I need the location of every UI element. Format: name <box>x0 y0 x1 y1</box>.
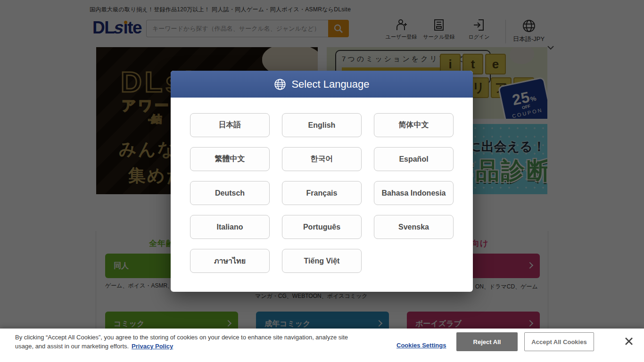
cookie-message: By clicking “Accept All Cookies”, you ag… <box>15 333 355 351</box>
language-button-7[interactable]: Deutsch <box>190 181 270 205</box>
cookie-close-button[interactable] <box>622 335 636 348</box>
language-button-4[interactable]: 繁體中文 <box>190 147 270 171</box>
language-button-6[interactable]: Español <box>374 147 454 171</box>
reject-all-button[interactable]: Reject All <box>456 332 518 351</box>
modal-title: Select Language <box>291 78 369 90</box>
language-button-14[interactable]: Tiếng Việt <box>282 249 362 273</box>
select-language-modal: Select Language 日本語English简体中文繁體中文한국어Esp… <box>171 71 473 292</box>
globe-icon <box>274 78 286 90</box>
language-button-8[interactable]: Français <box>282 181 362 205</box>
cookie-consent-bar: By clicking “Accept All Cookies”, you ag… <box>0 329 644 362</box>
modal-header: Select Language <box>171 71 473 98</box>
language-button-11[interactable]: Português <box>282 215 362 239</box>
language-button-12[interactable]: Svenska <box>374 215 454 239</box>
language-button-3[interactable]: 简体中文 <box>374 113 454 137</box>
language-button-2[interactable]: English <box>282 113 362 137</box>
language-button-5[interactable]: 한국어 <box>282 147 362 171</box>
cookies-settings-link[interactable]: Cookies Settings <box>396 337 446 353</box>
accept-all-cookies-button[interactable]: Accept All Cookies <box>524 332 594 351</box>
close-icon <box>624 337 634 346</box>
language-button-9[interactable]: Bahasa Indonesia <box>374 181 454 205</box>
language-button-13[interactable]: ภาษาไทย <box>190 249 270 273</box>
dlsite-homepage: 国内最大級の取り揃え！登録作品120万以上！ 同人誌・同人ゲーム・同人ボイス・A… <box>0 0 644 362</box>
cookie-message-text: By clicking “Accept All Cookies”, you ag… <box>15 334 348 350</box>
language-grid: 日本語English简体中文繁體中文한국어EspañolDeutschFranç… <box>171 98 473 288</box>
language-button-1[interactable]: 日本語 <box>190 113 270 137</box>
privacy-policy-link[interactable]: Privacy Policy <box>132 343 173 350</box>
language-button-10[interactable]: Italiano <box>190 215 270 239</box>
